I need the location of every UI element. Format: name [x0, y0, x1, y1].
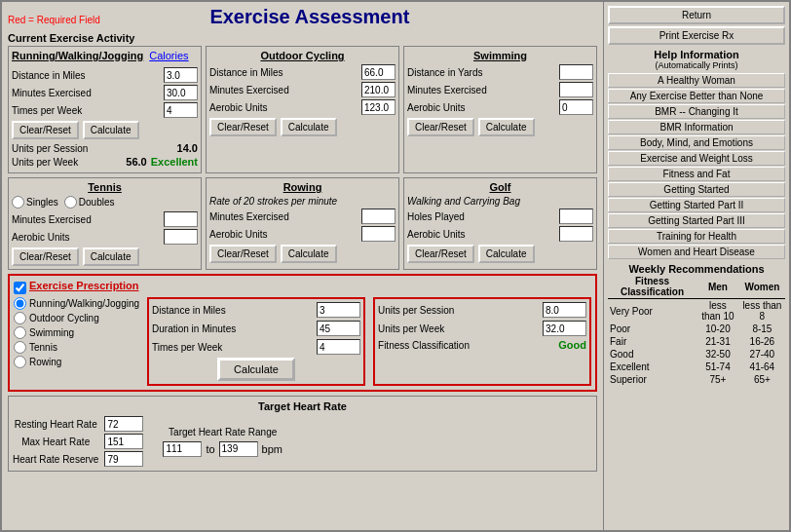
golf-aerobic-input[interactable] — [559, 226, 593, 242]
cycling-clear-btn[interactable]: Clear/Reset — [209, 118, 277, 136]
rx-cycling-radio[interactable] — [14, 312, 26, 324]
weekly-cell-men: 75+ — [697, 373, 739, 386]
golf-note: Walking and Carrying Bag — [407, 196, 593, 207]
rx-tennis-label: Tennis — [29, 342, 57, 353]
help-getting-started-3[interactable]: Getting Started Part III — [608, 213, 785, 228]
swimming-distance-input[interactable] — [559, 64, 593, 80]
rx-times-input[interactable] — [317, 339, 360, 355]
running-times-label: Times per Week — [12, 105, 164, 116]
right-panel: Return Print Exercise Rx Help Informatio… — [604, 2, 789, 530]
help-fitness-fat[interactable]: Fitness and Fat — [608, 167, 785, 181]
table-row: Excellent51-7441-64 — [608, 361, 785, 373]
rx-calc-btn[interactable]: Calculate — [217, 358, 295, 381]
rowing-clear-btn[interactable]: Clear/Reset — [209, 245, 277, 263]
print-btn[interactable]: Print Exercise Rx — [608, 26, 785, 45]
table-row: Fair21-3116-26 — [608, 335, 785, 348]
table-row: Poor10-208-15 — [608, 323, 785, 335]
hr-reserve-input[interactable] — [104, 451, 143, 467]
swimming-distance-label: Distance in Yards — [407, 67, 559, 78]
swimming-clear-btn[interactable]: Clear/Reset — [407, 118, 474, 136]
swimming-section: Swimming Distance in Yards Minutes Exerc… — [403, 46, 597, 173]
rx-units-session-input[interactable] — [543, 302, 586, 318]
running-calc-btn[interactable]: Calculate — [83, 121, 139, 139]
swimming-aerobic-input[interactable] — [559, 99, 593, 115]
help-any-exercise[interactable]: Any Exercise Better than None — [608, 89, 785, 103]
help-getting-started[interactable]: Getting Started — [608, 182, 785, 197]
cycling-distance-label: Distance in Miles — [209, 67, 361, 78]
tennis-singles-label: Singles — [26, 197, 58, 208]
hr-max-input[interactable] — [104, 434, 143, 449]
hr-reserve-label: Heart Rate Reserve — [13, 454, 98, 465]
running-clear-btn[interactable]: Clear/Reset — [12, 121, 79, 139]
required-text: Red = Required Field — [8, 15, 100, 25]
help-women-heart[interactable]: Women and Heart Disease — [608, 245, 785, 259]
table-row: Very Poorless than 10less than 8 — [608, 299, 785, 323]
table-row: Good32-5027-40 — [608, 348, 785, 361]
rowing-minutes-label: Minutes Exercised — [209, 211, 361, 222]
return-btn[interactable]: Return — [608, 6, 785, 24]
weekly-cell-men: 21-31 — [697, 335, 739, 348]
cycling-distance-input[interactable] — [361, 64, 396, 80]
cycling-aerobic-label: Aerobic Units — [209, 102, 361, 113]
cycling-calc-btn[interactable]: Calculate — [281, 118, 337, 136]
running-times-input[interactable] — [164, 102, 198, 118]
col-men: Men — [697, 275, 739, 299]
weekly-cell-fitness: Superior — [608, 373, 697, 386]
running-distance-input[interactable] — [164, 67, 198, 83]
help-exercise-weight[interactable]: Exercise and Weight Loss — [608, 151, 785, 166]
rx-rowing-label: Rowing — [29, 357, 61, 367]
help-subtitle: (Automatically Prints) — [608, 60, 785, 70]
weekly-cell-fitness: Fair — [608, 335, 697, 348]
rx-units-week-input[interactable] — [543, 321, 586, 336]
prescription-title: Exercise Prescription — [29, 280, 139, 291]
rowing-aerobic-input[interactable] — [361, 226, 396, 242]
rx-rowing-radio[interactable] — [14, 356, 26, 368]
rx-swimming-radio[interactable] — [14, 326, 26, 339]
weekly-cell-women: 65+ — [739, 373, 785, 386]
calories-link[interactable]: Calories — [149, 50, 188, 61]
help-getting-started-2[interactable]: Getting Started Part II — [608, 198, 785, 212]
rx-input-section: Distance in Miles Duration in Minutes Ti… — [147, 297, 365, 386]
tennis-calc-btn[interactable]: Calculate — [83, 247, 139, 266]
help-healthy-woman[interactable]: A Healthy Woman — [608, 73, 785, 88]
hr-range-high-input[interactable] — [219, 441, 258, 457]
tennis-section: Tennis Singles Doubles Minutes Exercised — [8, 177, 202, 270]
tennis-singles-radio[interactable]: Singles — [12, 196, 58, 209]
rx-running-radio[interactable] — [14, 297, 26, 310]
help-training[interactable]: Training for Health — [608, 229, 785, 244]
hr-range-unit: bpm — [262, 443, 282, 455]
golf-calc-btn[interactable]: Calculate — [478, 245, 535, 263]
help-bmr-info[interactable]: BMR Information — [608, 120, 785, 134]
help-body-mind[interactable]: Body, Mind, and Emotions — [608, 135, 785, 150]
weekly-cell-men: 32-50 — [697, 348, 739, 361]
running-title: Running/Walking/Jogging — [12, 50, 143, 61]
rowing-aerobic-label: Aerobic Units — [209, 229, 361, 240]
tennis-aerobic-input[interactable] — [164, 229, 198, 245]
hr-range-low-input[interactable] — [163, 441, 202, 457]
rx-tennis-radio[interactable] — [14, 341, 26, 354]
weekly-cell-fitness: Poor — [608, 323, 697, 335]
prescription-checkbox[interactable] — [14, 282, 26, 294]
hr-resting-input[interactable] — [104, 416, 143, 432]
swimming-minutes-input[interactable] — [559, 82, 593, 97]
rx-distance-input[interactable] — [317, 302, 360, 318]
tennis-minutes-input[interactable] — [164, 211, 198, 227]
units-session-val: 14.0 — [177, 142, 198, 154]
golf-clear-btn[interactable]: Clear/Reset — [407, 245, 474, 263]
rowing-minutes-input[interactable] — [361, 209, 396, 224]
running-minutes-input[interactable] — [164, 85, 198, 100]
swimming-calc-btn[interactable]: Calculate — [478, 118, 535, 136]
rx-duration-input[interactable] — [317, 321, 360, 336]
tennis-aerobic-label: Aerobic Units — [12, 232, 164, 243]
rx-units-week-label: Units per Week — [378, 323, 543, 334]
help-bmr-changing[interactable]: BMR -- Changing It — [608, 104, 785, 119]
cycling-aerobic-input[interactable] — [361, 99, 396, 115]
cycling-minutes-input[interactable] — [361, 82, 396, 97]
tennis-clear-btn[interactable]: Clear/Reset — [12, 247, 79, 266]
tennis-doubles-radio[interactable]: Doubles — [64, 196, 115, 209]
rx-times-label: Times per Week — [152, 342, 317, 353]
rowing-calc-btn[interactable]: Calculate — [281, 245, 337, 263]
golf-holes-input[interactable] — [559, 209, 593, 224]
weekly-cell-fitness: Very Poor — [608, 299, 697, 323]
hr-resting-label: Resting Heart Rate — [13, 419, 98, 430]
